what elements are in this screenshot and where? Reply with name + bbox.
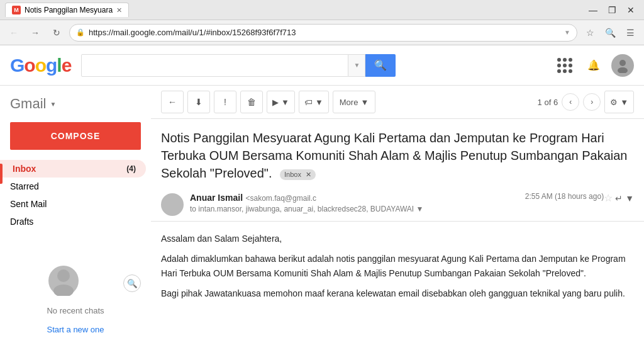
sidebar: Gmail ▼ COMPOSE Inbox (4) Starred Sent M… — [0, 86, 151, 350]
inbox-badge-close[interactable]: ✕ — [306, 171, 311, 178]
apps-icon[interactable] — [553, 54, 576, 77]
settings-icon: ⚙ — [610, 98, 618, 107]
sent-label: Sent Mail — [10, 199, 136, 209]
settings-button[interactable]: ⚙ ▼ — [604, 91, 634, 113]
reply-button[interactable]: ↵ — [615, 193, 623, 203]
email-content: ← ⬇ ! 🗑 ▶ ▼ 🏷 ▼ More ▼ 1 of 6 ‹ — [151, 86, 644, 350]
pagination-text: 1 of 6 — [538, 98, 558, 107]
settings-dropdown-icon: ▼ — [620, 98, 628, 107]
back-to-inbox-button[interactable]: ← — [161, 91, 184, 113]
sidebar-item-starred[interactable]: Starred — [0, 178, 146, 195]
email-time: 2:55 AM (18 hours ago) — [525, 192, 604, 201]
main-layout: Gmail ▼ COMPOSE Inbox (4) Starred Sent M… — [0, 86, 644, 350]
title-bar: M Notis Panggilan Mesyuara ✕ — ❐ ✕ — [0, 0, 644, 20]
email-subject-area: Notis Panggilan Mesyuarat Agung Kali Per… — [151, 119, 644, 187]
sender-row: Anuar Ismail <sakom.faq@gmail.c to intan… — [151, 187, 644, 222]
google-bar-right: 🔔 — [553, 54, 634, 77]
address-bar[interactable]: 🔒 https://mail.google.com/mail/u/1/#inbo… — [69, 24, 577, 42]
forward-button[interactable]: → — [26, 24, 44, 42]
pagination-current: 1 — [538, 98, 542, 107]
previous-email-button[interactable]: ‹ — [562, 93, 579, 111]
logo-g: G — [10, 55, 24, 76]
tab-close-button[interactable]: ✕ — [116, 6, 122, 14]
search-bar: ▼ 🔍 — [81, 54, 396, 77]
tab-favicon: M — [12, 6, 21, 14]
more-button[interactable]: More ▼ — [333, 91, 376, 113]
pagination-of: of — [544, 98, 553, 107]
chat-section: 🔍 No recent chats Start a new one — [0, 230, 151, 344]
browser-menu-button[interactable]: ☰ — [621, 24, 639, 42]
zoom-button[interactable]: 🔍 — [601, 24, 619, 42]
gmail-dropdown-icon: ▼ — [50, 101, 56, 108]
search-input[interactable] — [81, 54, 348, 77]
search-button[interactable]: 🔍 — [365, 54, 396, 77]
label-dropdown-icon: ▼ — [315, 98, 323, 107]
email-actions: ☆ ↵ ▼ — [604, 192, 634, 204]
label-icon: 🏷 — [304, 98, 313, 107]
window-controls: — ❐ ✕ — [585, 4, 639, 16]
logo-o1: o — [24, 55, 35, 76]
title-bar-left: M Notis Panggilan Mesyuara ✕ — [5, 3, 129, 17]
email-paragraph-2: Bagi pihak Jawatankuasa memohon maaf ker… — [161, 286, 634, 300]
start-new-chat-link[interactable]: Start a new one — [47, 325, 104, 334]
gmail-label-text: Gmail — [10, 96, 46, 112]
svg-point-3 — [53, 285, 74, 296]
close-button[interactable]: ✕ — [623, 4, 639, 16]
sender-name: Anuar Ismail — [190, 193, 243, 203]
email-toolbar: ← ⬇ ! 🗑 ▶ ▼ 🏷 ▼ More ▼ 1 of 6 ‹ — [151, 86, 644, 119]
star-page-button[interactable]: ☆ — [581, 24, 599, 42]
minimize-button[interactable]: — — [585, 4, 601, 16]
pagination-total: 6 — [553, 98, 558, 107]
compose-button[interactable]: COMPOSE — [10, 122, 141, 150]
sidebar-item-sent[interactable]: Sent Mail — [0, 195, 146, 213]
svg-point-2 — [57, 269, 70, 282]
logo-e: e — [62, 55, 72, 76]
google-bar: G o o g l e ▼ 🔍 🔔 — [0, 45, 644, 86]
sender-to: to intan.mansor, jiwabunga, anuar_ai, bl… — [190, 205, 525, 213]
email-greeting: Assalam dan Salam Sejahtera, — [161, 232, 634, 246]
notifications-icon[interactable]: 🔔 — [582, 54, 605, 77]
sender-info: Anuar Ismail <sakom.faq@gmail.c to intan… — [190, 192, 525, 213]
sender-avatar — [161, 193, 184, 216]
next-email-button[interactable]: › — [583, 93, 601, 111]
sender-name-row: Anuar Ismail <sakom.faq@gmail.c — [190, 192, 525, 203]
browser-tab[interactable]: M Notis Panggilan Mesyuara ✕ — [5, 3, 129, 17]
no-recent-chats-text: No recent chats — [10, 306, 141, 315]
refresh-button[interactable]: ↻ — [48, 24, 65, 42]
restore-button[interactable]: ❐ — [604, 4, 620, 16]
recent-chats: 🔍 No recent chats Start a new one — [0, 256, 151, 344]
move-to-button[interactable]: ▶ ▼ — [267, 91, 295, 113]
more-actions-button[interactable]: ▼ — [625, 193, 634, 203]
gmail-label-header[interactable]: Gmail ▼ — [0, 91, 151, 117]
google-logo: G o o g l e — [10, 55, 71, 76]
label-button[interactable]: 🏷 ▼ — [299, 91, 329, 113]
starred-label: Starred — [10, 181, 136, 191]
drafts-label: Drafts — [10, 217, 136, 227]
tab-title: Notis Panggilan Mesyuara — [25, 6, 113, 14]
sender-email: <sakom.faq@gmail.c — [245, 194, 316, 203]
more-dropdown-icon: ▼ — [360, 98, 369, 107]
lock-icon: 🔒 — [76, 28, 85, 37]
back-button[interactable]: ← — [5, 24, 23, 42]
delete-button[interactable]: 🗑 — [240, 91, 263, 113]
address-dropdown-icon: ▼ — [564, 29, 570, 36]
folder-icon: ▶ — [272, 98, 279, 107]
to-dropdown-icon[interactable]: ▼ — [416, 205, 424, 213]
sidebar-item-inbox[interactable]: Inbox (4) — [0, 160, 146, 178]
url-text: https://mail.google.com/mail/u/1/#inbox/… — [89, 28, 560, 37]
report-spam-button[interactable]: ! — [214, 91, 236, 113]
chat-search-button[interactable]: 🔍 — [123, 274, 141, 292]
logo-l: l — [57, 55, 61, 76]
more-label: More — [340, 98, 358, 107]
sidebar-item-drafts[interactable]: Drafts — [0, 213, 146, 230]
star-button[interactable]: ☆ — [604, 192, 613, 204]
sender-to-text: to intan.mansor, jiwabunga, anuar_ai, bl… — [190, 205, 414, 213]
folder-dropdown-icon: ▼ — [281, 98, 289, 107]
logo-g2: g — [46, 55, 57, 76]
avatar[interactable] — [611, 54, 634, 77]
logo-o2: o — [35, 55, 46, 76]
archive-button[interactable]: ⬇ — [187, 91, 210, 113]
chat-avatar — [48, 266, 79, 296]
active-indicator — [0, 164, 3, 184]
search-dropdown-button[interactable]: ▼ — [348, 54, 365, 77]
